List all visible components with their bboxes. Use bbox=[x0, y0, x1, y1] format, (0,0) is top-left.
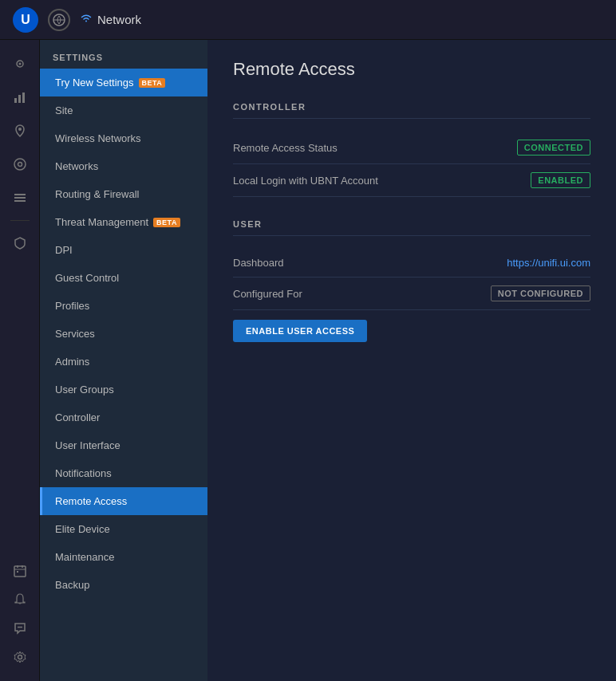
configured-for-row: Configured For NOT CONFIGURED bbox=[233, 278, 590, 310]
nav-item-maintenance[interactable]: Maintenance bbox=[40, 543, 207, 571]
nav-item-remote-access[interactable]: Remote Access bbox=[40, 487, 207, 515]
svg-rect-4 bbox=[14, 98, 17, 103]
svg-rect-5 bbox=[18, 95, 21, 103]
svg-rect-12 bbox=[14, 200, 26, 202]
nav-item-label: Routing & Firewall bbox=[55, 188, 140, 200]
nav-item-elite-device[interactable]: Elite Device bbox=[40, 515, 207, 543]
svg-point-18 bbox=[18, 627, 19, 628]
controller-section: CONTROLLER Remote Access Status CONNECTE… bbox=[233, 102, 590, 197]
nav-item-label: Networks bbox=[55, 160, 98, 172]
location-icon[interactable] bbox=[6, 116, 34, 145]
remote-access-status-row: Remote Access Status CONNECTED bbox=[233, 132, 590, 164]
svg-point-8 bbox=[14, 159, 26, 170]
enable-user-access-button[interactable]: ENABLE USER ACCESS bbox=[233, 320, 367, 342]
settings-sidebar-title: SETTINGS bbox=[40, 40, 207, 69]
local-login-value: ENABLED bbox=[531, 172, 590, 188]
configured-for-label: Configured For bbox=[233, 288, 302, 300]
svg-point-20 bbox=[21, 627, 22, 628]
nav-item-services[interactable]: Services bbox=[40, 320, 207, 348]
nav-item-label: Wireless Networks bbox=[55, 132, 141, 144]
nav-item-label: User Interface bbox=[55, 439, 120, 451]
app-title: Network bbox=[80, 13, 141, 26]
remote-access-status-value: CONNECTED bbox=[517, 140, 590, 155]
nav-item-label: DPI bbox=[55, 244, 73, 256]
svg-rect-11 bbox=[14, 197, 26, 199]
network-icon bbox=[48, 9, 70, 31]
nav-item-routing-firewall[interactable]: Routing & Firewall bbox=[40, 180, 207, 208]
calendar-icon[interactable] bbox=[6, 557, 34, 585]
controller-section-title: CONTROLLER bbox=[233, 102, 590, 119]
svg-rect-6 bbox=[22, 93, 25, 103]
nav-item-notifications[interactable]: Notifications bbox=[40, 459, 207, 487]
dashboard-row: Dashboard https://unifi.ui.com bbox=[233, 249, 590, 278]
nav-item-label: User Groups bbox=[55, 384, 114, 396]
not-configured-badge: NOT CONFIGURED bbox=[491, 285, 590, 301]
user-section-title: USER bbox=[233, 219, 590, 236]
sidebar-divider bbox=[10, 220, 30, 221]
nav-item-profiles[interactable]: Profiles bbox=[40, 292, 207, 320]
svg-point-7 bbox=[18, 128, 22, 131]
nav-item-admins[interactable]: Admins bbox=[40, 348, 207, 376]
enable-user-access-container: ENABLE USER ACCESS bbox=[233, 310, 590, 342]
settings-circle-icon[interactable] bbox=[6, 150, 34, 179]
nav-item-label: Notifications bbox=[55, 467, 112, 479]
nav-item-label: Admins bbox=[55, 356, 89, 368]
dashboard-value: https://unifi.ui.com bbox=[507, 257, 590, 269]
shield-icon[interactable] bbox=[6, 229, 34, 258]
svg-point-3 bbox=[18, 63, 21, 65]
icon-sidebar-bottom bbox=[6, 557, 34, 671]
dashboard-label: Dashboard bbox=[233, 257, 284, 269]
connected-badge: CONNECTED bbox=[517, 140, 590, 155]
svg-point-19 bbox=[19, 627, 21, 628]
nav-item-controller[interactable]: Controller bbox=[40, 403, 207, 431]
gear-icon[interactable] bbox=[6, 643, 34, 671]
nav-item-label: Elite Device bbox=[55, 523, 110, 535]
enabled-badge: ENABLED bbox=[531, 172, 590, 188]
nav-item-label: Threat Management bbox=[55, 216, 148, 228]
beta-badge: BETA bbox=[139, 78, 166, 88]
nav-item-label: Controller bbox=[55, 411, 100, 423]
nav-item-user-interface[interactable]: User Interface bbox=[40, 431, 207, 459]
dashboard-link[interactable]: https://unifi.ui.com bbox=[507, 257, 590, 269]
svg-point-9 bbox=[18, 163, 22, 167]
svg-rect-13 bbox=[14, 566, 26, 577]
bell-icon[interactable] bbox=[6, 585, 34, 614]
nav-item-try-new-settings[interactable]: Try New Settings BETA bbox=[40, 69, 207, 96]
svg-rect-17 bbox=[17, 571, 18, 573]
nav-item-networks[interactable]: Networks bbox=[40, 152, 207, 180]
remote-access-status-label: Remote Access Status bbox=[233, 142, 338, 154]
svg-rect-10 bbox=[14, 194, 26, 195]
nav-item-label: Guest Control bbox=[55, 272, 119, 284]
svg-point-21 bbox=[18, 655, 22, 659]
chat-icon[interactable] bbox=[6, 614, 34, 643]
nav-item-site[interactable]: Site bbox=[40, 96, 207, 124]
beta-badge: BETA bbox=[153, 218, 180, 227]
nav-item-label: Profiles bbox=[55, 300, 89, 312]
nav-item-label: Maintenance bbox=[55, 551, 114, 563]
nav-item-label: Site bbox=[55, 104, 73, 116]
nav-item-backup[interactable]: Backup bbox=[40, 571, 207, 599]
nav-item-threat-management[interactable]: Threat Management BETA bbox=[40, 208, 207, 236]
nav-item-label: Services bbox=[55, 328, 95, 340]
main-layout: SETTINGS Try New Settings BETA Site Wire… bbox=[0, 40, 616, 681]
nav-item-guest-control[interactable]: Guest Control bbox=[40, 264, 207, 292]
settings-sidebar: SETTINGS Try New Settings BETA Site Wire… bbox=[40, 40, 207, 681]
configured-for-value: NOT CONFIGURED bbox=[491, 285, 590, 301]
wifi-icon bbox=[80, 13, 93, 26]
local-login-label: Local Login with UBNT Account bbox=[233, 175, 378, 187]
stats-icon[interactable] bbox=[6, 83, 34, 112]
content-area: Remote Access CONTROLLER Remote Access S… bbox=[207, 40, 616, 681]
map-icon[interactable] bbox=[6, 49, 34, 78]
topbar: U Network bbox=[0, 0, 616, 40]
list-icon[interactable] bbox=[6, 183, 34, 212]
nav-item-user-groups[interactable]: User Groups bbox=[40, 376, 207, 403]
page-title: Remote Access bbox=[233, 59, 590, 80]
icon-sidebar bbox=[0, 40, 40, 681]
nav-item-label: Backup bbox=[55, 579, 89, 591]
nav-item-label: Remote Access bbox=[55, 495, 127, 507]
nav-item-label: Try New Settings bbox=[55, 77, 134, 89]
local-login-row: Local Login with UBNT Account ENABLED bbox=[233, 164, 590, 197]
nav-item-dpi[interactable]: DPI bbox=[40, 236, 207, 264]
nav-item-wireless-networks[interactable]: Wireless Networks bbox=[40, 124, 207, 152]
ubiquiti-logo[interactable]: U bbox=[13, 7, 38, 33]
